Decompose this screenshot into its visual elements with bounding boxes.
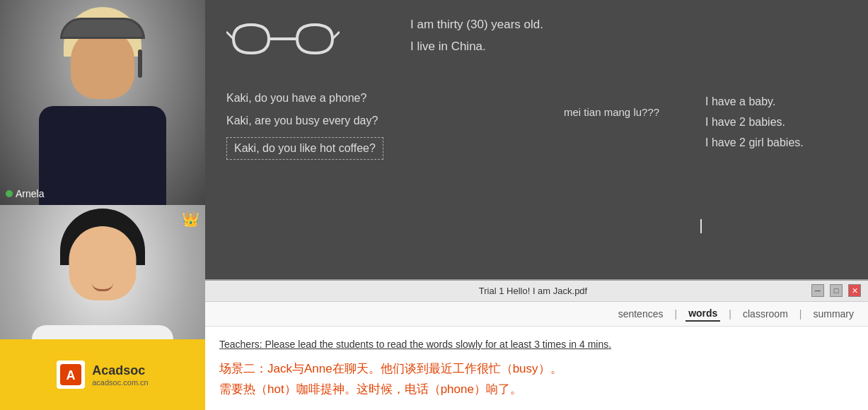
crown-icon: 👑 [182, 211, 199, 228]
right-dialog-line-1: I have a baby. [705, 92, 847, 112]
text-cursor [700, 219, 702, 233]
acadsoc-logo: A Acadsoc acadsoc.com.cn [0, 339, 205, 410]
main-container: Arnela 👑 王小明 [0, 0, 868, 410]
pdf-popup: Trial 1 Hello! I am Jack.pdf ─ □ ✕ sente… [205, 279, 868, 410]
middle-text: mei tian mang lu??? [564, 106, 677, 170]
person-body [39, 106, 166, 205]
close-button[interactable]: ✕ [848, 284, 861, 297]
dialog-section: Kaki, do you have a phone? Kaki, are you… [226, 92, 847, 170]
nav-words[interactable]: words [685, 306, 720, 322]
right-top-text: I am thirty (30) years old. I live in Ch… [410, 14, 543, 57]
dialog-line-1: Kaki, do you have a phone? [226, 92, 536, 105]
svg-text:A: A [66, 368, 76, 382]
pdf-nav-bar: sentences | words | classroom | summary [205, 302, 868, 327]
acadsoc-text-block: Acadsoc acadsoc.com.cn [92, 363, 148, 387]
glasses-icon [226, 14, 340, 64]
dialog-line-2: Kaki, are you busy every day? [226, 115, 536, 127]
glasses-area [226, 14, 354, 64]
instruction-prefix: Teachers: Please lead the students to re… [219, 339, 427, 350]
webcam-top-name: Arnela [16, 188, 44, 199]
content-area: I am thirty (30) years old. I live in Ch… [205, 0, 868, 410]
person-headset-mic [138, 49, 142, 78]
instruction-time: 4 mins [579, 339, 608, 350]
maximize-button[interactable]: □ [830, 284, 843, 297]
acadsoc-icon: A [57, 361, 85, 389]
window-controls: ─ □ ✕ [811, 284, 861, 297]
nav-sep-2: | [729, 308, 731, 320]
instruction-word: words [427, 339, 453, 350]
text-location: I live in China. [410, 36, 543, 58]
pdf-title: Trial 1 Hello! I am Jack.pdf [255, 286, 811, 296]
right-dialog-line-2: I have 2 babies. [705, 112, 847, 133]
right-dialog-line-3: I have 2 girl babies. [705, 133, 847, 153]
text-age: I am thirty (30) years old. [410, 14, 543, 36]
pdf-chinese-line2: 需要热（hot）咖啡提神。这时候，电话（phone）响了。 [219, 380, 854, 400]
nav-summary[interactable]: summary [810, 307, 857, 321]
top-texts: I am thirty (30) years old. I live in Ch… [226, 14, 847, 64]
right-dialog: I have a baby. I have 2 babies. I have 2… [705, 92, 847, 170]
nav-sep-3: | [799, 308, 802, 320]
acadsoc-logo-icon: A [60, 364, 81, 385]
acadsoc-url: acadsoc.com.cn [92, 378, 148, 387]
webcam-top-label: Arnela [6, 188, 44, 199]
webcam-top: Arnela [0, 0, 205, 205]
pdf-content: Teachers: Please lead the students to re… [205, 327, 868, 410]
minimize-button[interactable]: ─ [811, 284, 824, 297]
pdf-chinese-line1: 场景二：Jack与Anne在聊天。他们谈到最近工作很忙（busy）。 [219, 359, 854, 380]
dialog-line-3-highlighted: Kaki, do you like hot coffee? [226, 137, 383, 160]
instruction-suffix: slowly for at least 3 times in [453, 339, 579, 350]
instruction-end: . [608, 339, 611, 350]
online-indicator [6, 190, 13, 197]
nav-sep-1: | [674, 308, 677, 320]
person-face [71, 28, 134, 99]
pdf-titlebar: Trial 1 Hello! I am Jack.pdf ─ □ ✕ [205, 281, 868, 302]
person-headset [60, 18, 145, 39]
pdf-instruction: Teachers: Please lead the students to re… [219, 336, 854, 352]
left-dialog: Kaki, do you have a phone? Kaki, are you… [226, 92, 536, 170]
webcam-top-background [0, 0, 205, 205]
nav-sentences[interactable]: sentences [615, 307, 666, 321]
nav-classroom[interactable]: classroom [740, 307, 791, 321]
acadsoc-name: Acadsoc [92, 363, 148, 378]
